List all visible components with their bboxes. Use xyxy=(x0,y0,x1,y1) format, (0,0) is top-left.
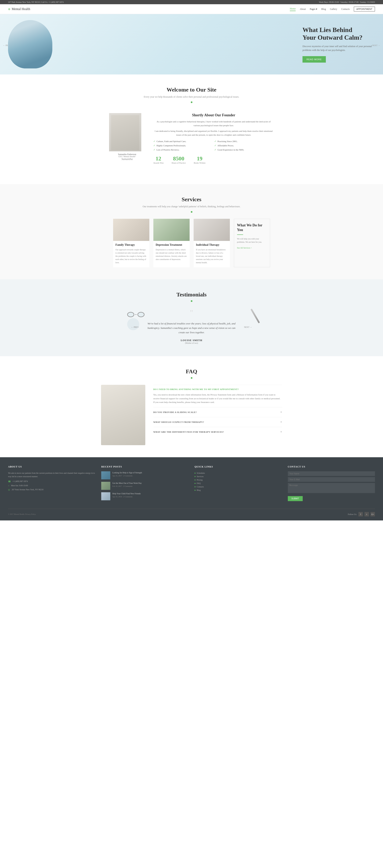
arrow-icon: ▶ xyxy=(195,486,196,488)
faq-question-1[interactable]: DO I NEED TO BRING ANYTHING WITH ME TO M… xyxy=(153,388,282,391)
testimonials-next-button[interactable]: NEXT → xyxy=(244,326,252,328)
section-dot xyxy=(191,377,192,379)
footer-links-heading: QUICK LINKS xyxy=(195,465,282,468)
arrow-icon: ▶ xyxy=(195,475,196,477)
faq-question-3[interactable]: WHAT SHOULD I EXPECT FROM THERAPY? + xyxy=(153,420,282,424)
quick-link-contacts[interactable]: ▶Contacts xyxy=(195,485,282,489)
nav-pages[interactable]: Pages ▾ xyxy=(310,8,317,11)
post-thumbnail xyxy=(101,482,110,490)
logo[interactable]: ⊕ Mental Health xyxy=(8,7,30,11)
faq-question-text: DO YOU PROVIDE A SLIDING SCALE? xyxy=(153,411,197,413)
footer-hours: ○ Mon-Sat: 9:00-19:00 xyxy=(8,485,95,487)
post-date: Feb 19, 2017 · 2 Comments xyxy=(112,485,188,487)
faq-title-wrap: FAQ xyxy=(8,368,375,379)
testimonial-role: (Mother of two) xyxy=(147,342,236,344)
footer-post-2: Get the Most Out of Your Work Day Feb 19… xyxy=(101,482,188,490)
quick-link-schedules[interactable]: ▶Schedules xyxy=(195,471,282,475)
what-we-do-title: What We Do for You xyxy=(237,223,267,232)
appointment-button[interactable]: APPOINTMENT xyxy=(354,7,375,11)
founder-image-inner xyxy=(111,115,139,150)
feature-label: Culture, Faith and Spiritual Care; xyxy=(157,140,186,143)
faq-answer-1: Yes, you need to download the new client… xyxy=(153,393,282,404)
faq-question-4[interactable]: WHAT ARE THE DIFFERENT FEES FOR THERAPY … xyxy=(153,430,282,434)
what-we-do-card: What We Do for You We will help you with… xyxy=(234,219,270,267)
founder-content: Shortly About Our Founder As a psycholog… xyxy=(153,113,274,164)
nav-about[interactable]: About xyxy=(300,8,306,11)
founder-image xyxy=(109,113,141,151)
faq-item-1: DO I NEED TO BRING ANYTHING WITH ME TO M… xyxy=(153,385,282,407)
feature-item: ✓ Culture, Faith and Spiritual Care; xyxy=(153,140,213,143)
nav-gallery[interactable]: Gallery xyxy=(330,8,337,11)
welcome-description: Every year we help thousands of clients … xyxy=(8,95,375,98)
contact-name-input[interactable] xyxy=(288,471,375,476)
quick-link-pricing[interactable]: ▶Pricing xyxy=(195,478,282,482)
footer-social: Follow Us: f t G+ xyxy=(348,512,375,517)
see-all-services-link[interactable]: See All Services > xyxy=(237,247,267,249)
testimonial-text: We've had a lot of financial troubles ov… xyxy=(147,321,236,335)
google-plus-icon[interactable]: G+ xyxy=(371,512,375,517)
founder-para1: As a psychologist and a cognitive behavi… xyxy=(153,120,274,127)
testimonials-prev-button[interactable]: ← PREV xyxy=(131,326,139,328)
faq-inner: DO I NEED TO BRING ANYTHING WITH ME TO M… xyxy=(101,385,282,445)
footer-post-1: Looking for Help is Sign of Strength Apr… xyxy=(101,471,188,479)
nav-contacts[interactable]: Contacts xyxy=(341,8,350,11)
faq-item-4: WHAT ARE THE DIFFERENT FEES FOR THERAPY … xyxy=(153,427,282,437)
read-more-button[interactable]: READ MORE xyxy=(302,56,326,63)
contact-email-input[interactable] xyxy=(288,477,375,482)
about-founder: Samantha Emberson CEO "Mental Health" Sa… xyxy=(101,109,282,176)
post-title[interactable]: Help Your Child Find New Friends xyxy=(112,492,188,495)
stat-hours: 8500 Hours of Practice xyxy=(172,155,186,164)
feature-item: ✓ Good Experience in the NHS; xyxy=(214,148,274,151)
quick-link-services[interactable]: ▶Services xyxy=(195,475,282,478)
service-desc: Depression is a mental illness, which on… xyxy=(156,248,187,261)
post-title[interactable]: Looking for Help is Sign of Strength xyxy=(112,471,188,474)
feature-label: Highly Competent Professionals; xyxy=(157,144,186,147)
testimonial-author: LOUISE SMITH xyxy=(147,339,236,342)
faq-item-3: WHAT SHOULD I EXPECT FROM THERAPY? + xyxy=(153,417,282,427)
feature-label: Good Experience in the NHS; xyxy=(218,149,244,151)
pen-decoration xyxy=(250,308,256,324)
nav-blog[interactable]: Blog xyxy=(321,8,326,11)
stat-label: Books Written xyxy=(194,162,205,164)
top-bar-address: 267 Park Avenue New York, NY 90210 | Cal… xyxy=(8,1,64,3)
navigation: Home About Pages ▾ Blog Gallery Contacts… xyxy=(290,7,375,11)
plus-icon: + xyxy=(280,430,282,434)
stat-number: 8500 xyxy=(172,155,186,162)
services-title: Services xyxy=(8,196,375,203)
feature-item: ✓ Lots of Positive Reviews; xyxy=(153,148,213,151)
footer-about-text: We aim to move our patients from the cur… xyxy=(8,471,95,478)
facebook-icon[interactable]: f xyxy=(358,512,363,517)
hero-content: What Lies Behind Your Outward Calm? Disc… xyxy=(294,26,375,63)
section-dot xyxy=(191,211,192,213)
chevron-down-icon: ▾ xyxy=(316,8,317,11)
quick-link-blog[interactable]: ▶Blog xyxy=(195,489,282,492)
twitter-icon[interactable]: t xyxy=(364,512,369,517)
footer-copyright: © 2017 Mental Health. Privacy Policy xyxy=(8,513,36,515)
stat-books: 19 Books Written xyxy=(194,155,205,164)
check-icon: ✓ xyxy=(214,144,216,147)
feature-item: ✓ Affordable Prices; xyxy=(214,144,274,147)
logo-icon: ⊕ xyxy=(8,7,10,11)
nav-home[interactable]: Home xyxy=(290,7,296,11)
contact-message-input[interactable] xyxy=(288,483,375,493)
footer-recent-posts: RECENT POSTS Looking for Help is Sign of… xyxy=(101,465,188,503)
hero-section: ← PREV What Lies Behind Your Outward Cal… xyxy=(0,14,383,74)
post-date: Apr 25, 2014 · 2 Comments xyxy=(112,496,188,498)
phone-icon: ☎ xyxy=(8,480,11,483)
founder-heading: Shortly About Our Founder xyxy=(153,113,274,117)
hero-image xyxy=(8,20,52,68)
hero-next-button[interactable]: NEXT → xyxy=(372,44,380,46)
post-title[interactable]: Get the Most Out of Your Work Day xyxy=(112,482,188,485)
service-desc: If you have an emotional breakdown due t… xyxy=(196,248,227,264)
stat-label: Hours of Practice xyxy=(172,162,186,164)
footer-address: ◎ 267 Park Avenue New York, NY 90210 xyxy=(8,489,95,491)
footer-form-heading: CONTACT US xyxy=(288,465,375,468)
contact-submit-button[interactable]: SUBMIT xyxy=(288,496,303,501)
faq-question-2[interactable]: DO YOU PROVIDE A SLIDING SCALE? + xyxy=(153,410,282,414)
post-thumbnail xyxy=(101,471,110,479)
footer-bottom: © 2017 Mental Health. Privacy Policy Fol… xyxy=(8,509,375,517)
footer-about-heading: ABOUT US xyxy=(8,465,95,468)
founder-para2: I am dedicated to being friendly, discip… xyxy=(153,129,274,137)
arrow-icon: ▶ xyxy=(195,479,196,481)
quick-link-faq[interactable]: ▶FAQ xyxy=(195,482,282,485)
